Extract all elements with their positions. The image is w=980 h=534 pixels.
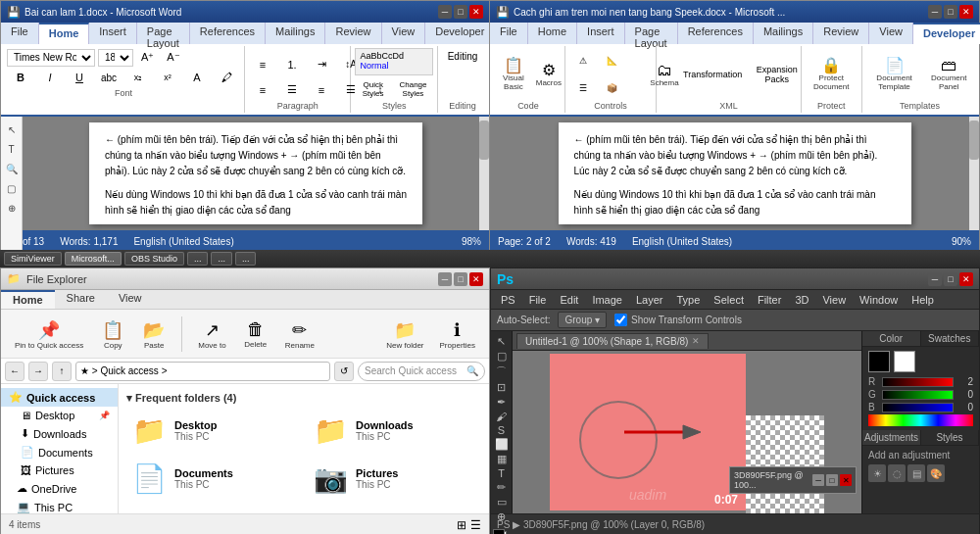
ps-doc-tab[interactable]: Untitled-1 @ 100% (Shape 1, RGB/8) ✕ bbox=[516, 333, 709, 349]
ps-tool-move[interactable]: ↖ bbox=[493, 335, 511, 348]
word2-expansion-btn[interactable]: Expansion Packs bbox=[744, 62, 809, 87]
word1-font-size-select[interactable]: 18 bbox=[98, 49, 133, 67]
explorer-up-btn[interactable]: ↑ bbox=[52, 362, 72, 381]
ps-styles-tab[interactable]: Styles bbox=[921, 430, 979, 445]
word1-align-left-btn[interactable]: ≡ bbox=[249, 81, 276, 99]
word2-tab-references[interactable]: References bbox=[678, 23, 754, 44]
taskbar-item-other3[interactable]: ... bbox=[235, 252, 257, 266]
word1-scrollbar[interactable] bbox=[479, 117, 489, 230]
ps-menu-3d[interactable]: 3D bbox=[789, 292, 814, 308]
explorer-move-btn[interactable]: ↗ Move to bbox=[192, 317, 231, 352]
explorer-address-bar[interactable]: ★ > Quick access > bbox=[75, 362, 330, 381]
folder-item-downloads[interactable]: 📁 Downloads This PC bbox=[308, 411, 481, 451]
ps-popup-minimize-btn[interactable]: ─ bbox=[812, 474, 824, 486]
ps-tool-text[interactable]: T bbox=[493, 467, 511, 479]
word1-editing-btn[interactable]: Editing bbox=[443, 48, 483, 65]
word1-tool-shapes[interactable]: ▢ bbox=[3, 179, 21, 197]
explorer-properties-btn[interactable]: ℹ Properties bbox=[434, 317, 481, 352]
ps-tool-lasso[interactable]: ⌒ bbox=[493, 364, 511, 379]
explorer-tab-view[interactable]: View bbox=[107, 290, 154, 309]
sidebar-item-downloads[interactable]: ⬇ Downloads bbox=[1, 424, 118, 443]
word1-close-btn[interactable]: ✕ bbox=[469, 5, 483, 19]
explorer-refresh-btn[interactable]: ↺ bbox=[334, 362, 354, 381]
explorer-search-bar[interactable]: Search Quick access 🔍 bbox=[358, 362, 485, 381]
ps-tool-clone[interactable]: S bbox=[493, 424, 511, 436]
sidebar-item-pictures[interactable]: 🖼 Pictures bbox=[1, 461, 118, 479]
word1-shrink-btn[interactable]: A⁻ bbox=[162, 48, 184, 67]
word1-tool-zoom[interactable]: ⊕ bbox=[3, 199, 21, 217]
word1-tool-cursor[interactable]: ↖ bbox=[3, 121, 21, 138]
folder-item-desktop[interactable]: 📁 Desktop This PC bbox=[126, 411, 300, 451]
word2-tab-home[interactable]: Home bbox=[528, 23, 577, 44]
word2-design-btn[interactable]: 📐 bbox=[599, 53, 626, 69]
word1-underline-btn[interactable]: U bbox=[66, 69, 93, 86]
word1-textcolor-btn[interactable]: A bbox=[183, 69, 211, 86]
word1-tool-search[interactable]: 🔍 bbox=[3, 160, 21, 177]
ps-menu-image[interactable]: Image bbox=[586, 292, 628, 308]
word1-maximize-btn[interactable]: □ bbox=[454, 5, 467, 19]
word1-superscript-btn[interactable]: x² bbox=[154, 70, 181, 85]
ps-bg-swatch[interactable] bbox=[894, 351, 915, 372]
word2-macros-btn[interactable]: ⚙ Macros bbox=[535, 60, 563, 90]
word1-tab-insert[interactable]: Insert bbox=[89, 23, 137, 44]
word2-doc-template-btn[interactable]: 📄 Document Template bbox=[866, 55, 923, 94]
ps-maximize-btn[interactable]: □ bbox=[944, 272, 957, 286]
word1-tab-mailings[interactable]: Mailings bbox=[266, 23, 325, 44]
ps-tab-close-icon[interactable]: ✕ bbox=[692, 336, 700, 346]
explorer-rename-btn[interactable]: ✏ Rename bbox=[279, 317, 320, 352]
word2-tab-file[interactable]: File bbox=[490, 23, 528, 44]
taskbar-item-simiviewer[interactable]: SimiViewer bbox=[4, 252, 62, 266]
explorer-minimize-btn[interactable]: ─ bbox=[438, 272, 452, 286]
explorer-pin-btn[interactable]: 📌 Pin to Quick access bbox=[9, 317, 89, 352]
word1-strikethrough-btn[interactable]: abc bbox=[95, 70, 122, 86]
word2-scroll-thumb[interactable] bbox=[969, 121, 979, 160]
sidebar-item-onedrive[interactable]: ☁ OneDrive bbox=[1, 479, 118, 498]
explorer-list-view-btn[interactable]: ☰ bbox=[470, 518, 481, 532]
ps-menu-layer[interactable]: Layer bbox=[630, 292, 669, 308]
ps-hue-sat-btn[interactable]: 🎨 bbox=[927, 464, 945, 482]
word1-bold-btn[interactable]: B bbox=[7, 69, 34, 86]
ps-tool-eraser[interactable]: ⬜ bbox=[493, 438, 511, 451]
ps-menu-ps[interactable]: PS bbox=[495, 292, 521, 308]
ps-spectrum-bar[interactable] bbox=[868, 414, 973, 426]
word2-tab-insert[interactable]: Insert bbox=[577, 23, 625, 44]
ps-blue-bar[interactable] bbox=[882, 403, 954, 413]
ps-menu-view[interactable]: View bbox=[816, 292, 852, 308]
taskbar-item-other1[interactable]: ... bbox=[187, 252, 209, 266]
explorer-back-btn[interactable]: ← bbox=[5, 362, 24, 381]
word1-scroll-thumb[interactable] bbox=[479, 121, 489, 160]
word2-tab-review[interactable]: Review bbox=[813, 23, 869, 44]
word2-group-btn[interactable]: 📦 bbox=[599, 80, 626, 96]
word1-tab-review[interactable]: Review bbox=[325, 23, 381, 44]
explorer-tab-home[interactable]: Home bbox=[1, 290, 55, 309]
ps-menu-filter[interactable]: Filter bbox=[752, 292, 787, 308]
word2-schema-btn[interactable]: 🗂 Schema bbox=[648, 60, 681, 90]
word1-highlight-btn[interactable]: 🖍 bbox=[213, 69, 240, 86]
ps-green-bar[interactable] bbox=[882, 390, 954, 400]
word2-protect-btn[interactable]: 🔒 Protect Document bbox=[806, 55, 858, 94]
folder-item-pictures[interactable]: 📷 Pictures This PC bbox=[308, 459, 481, 499]
word1-bullets-btn[interactable]: ≡ bbox=[249, 56, 276, 73]
sidebar-item-desktop[interactable]: 🖥 Desktop 📌 bbox=[1, 407, 118, 424]
ps-fg-swatch[interactable] bbox=[868, 351, 890, 372]
word1-grow-btn[interactable]: A⁺ bbox=[136, 48, 159, 67]
word2-tab-view[interactable]: View bbox=[869, 23, 913, 44]
ps-red-bar[interactable] bbox=[882, 377, 954, 387]
word2-transformation-btn[interactable]: Transformation bbox=[683, 67, 742, 82]
ps-popup-close-btn[interactable]: ✕ bbox=[840, 474, 852, 486]
ps-tool-shape[interactable]: ▭ bbox=[493, 496, 511, 509]
word1-change-styles-btn[interactable]: Change Styles bbox=[393, 77, 433, 101]
word2-minimize-btn[interactable]: ─ bbox=[928, 5, 942, 19]
explorer-forward-btn[interactable]: → bbox=[28, 362, 48, 381]
word1-numbering-btn[interactable]: 1. bbox=[278, 56, 306, 73]
ps-levels-btn[interactable]: ▤ bbox=[907, 464, 925, 482]
word2-tab-developer[interactable]: Developer bbox=[913, 23, 980, 44]
word2-tab-mailings[interactable]: Mailings bbox=[754, 23, 813, 44]
ps-fg-color[interactable] bbox=[493, 529, 505, 534]
explorer-copy-btn[interactable]: 📋 Copy bbox=[95, 317, 130, 352]
ps-menu-type[interactable]: Type bbox=[671, 292, 707, 308]
word2-visual-basic-btn[interactable]: 📋 Visual Basic bbox=[494, 55, 533, 94]
word2-doc-panel-btn[interactable]: 🗃 Document Panel bbox=[924, 55, 973, 94]
ps-color-tab[interactable]: Color bbox=[862, 331, 921, 346]
word1-font-name-select[interactable]: Times New Roman bbox=[7, 49, 95, 67]
